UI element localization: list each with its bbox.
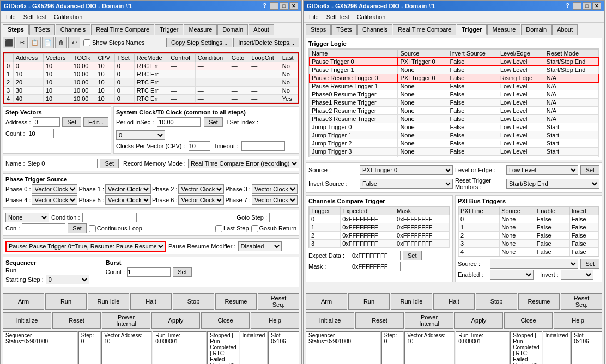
left-stop-btn[interactable]: Stop [173, 293, 214, 310]
gosub-return-check[interactable]: Gosub Return [251, 225, 296, 232]
phase3-select[interactable]: Vector Clock [252, 184, 298, 194]
right-reset-btn[interactable]: Reset [355, 312, 404, 329]
address-edit-btn[interactable]: Edit... [83, 117, 108, 127]
list-item[interactable]: Jump Trigger 0NoneFalseLow LevelStart [310, 123, 599, 131]
right-menu-calibration[interactable]: Calibration [354, 13, 389, 21]
right-close-btn[interactable]: ✕ [592, 2, 601, 10]
show-steps-checkbox[interactable] [83, 39, 90, 46]
tab-domain[interactable]: Domain [217, 24, 248, 35]
tab-rtcompare[interactable]: Real Time Compare [91, 24, 154, 35]
tset-index-select[interactable]: 0 [116, 130, 165, 140]
show-steps-checkbox-label[interactable]: Show Steps Names [83, 39, 145, 46]
table-row[interactable]: 4401010.00100RTC Err————Yes [4, 95, 298, 103]
table-row[interactable]: 3301010.00100RTC Err————No [4, 87, 298, 95]
continuous-loop-check[interactable]: Continuous Loop [89, 225, 142, 232]
level-select[interactable]: Low Level [506, 165, 578, 175]
right-tab-tsets[interactable]: TSets [331, 24, 357, 35]
left-menu-selftest[interactable]: Self Test [20, 13, 50, 21]
left-apply-btn[interactable]: Apply [152, 312, 200, 329]
right-tab-about[interactable]: About [552, 24, 578, 35]
phase6-select[interactable]: Vector Clock [178, 195, 224, 205]
tab-measure[interactable]: Measure [184, 24, 217, 35]
phase4-select[interactable]: Vector Clock [32, 195, 77, 205]
right-reset-seq-btn[interactable]: Reset Seq. [561, 293, 602, 310]
right-minimize-btn[interactable]: _ [573, 2, 581, 10]
timeout-input[interactable] [241, 141, 285, 151]
right-apply-btn[interactable]: Apply [455, 312, 503, 329]
burst-count-input[interactable] [127, 267, 171, 277]
pxi-enabled-select[interactable] [490, 270, 534, 280]
list-item[interactable]: Pause Trigger 0PXI Trigger 0FalseLow Lev… [310, 58, 599, 66]
help-icon[interactable]: ? [263, 2, 266, 10]
delete-btn[interactable]: 🗑 [55, 37, 67, 48]
left-help-btn[interactable]: Help [251, 312, 299, 329]
right-help-btn[interactable]: Help [554, 312, 602, 329]
left-menu-calibration[interactable]: Calibration [51, 13, 86, 21]
right-tab-rtcompare[interactable]: Real Time Compare [393, 24, 456, 35]
right-tab-trigger[interactable]: Trigger [457, 24, 487, 35]
right-tab-channels[interactable]: Channels [357, 24, 392, 35]
name-input[interactable] [27, 159, 98, 168]
trigger-set-btn[interactable]: Set [580, 165, 599, 175]
left-halt-btn[interactable]: Halt [130, 293, 172, 310]
list-item[interactable]: 00xFFFFFFFF0xFFFFFFFF [310, 215, 450, 223]
starting-step-select[interactable]: 0 [46, 275, 89, 284]
right-stop-btn[interactable]: Stop [476, 293, 517, 310]
list-item[interactable]: 30xFFFFFFFF0xFFFFFFFF [310, 240, 450, 248]
table-row[interactable]: 2201010.00100RTC Err————No [4, 78, 298, 87]
list-item[interactable]: Phase1 Resume TriggerNoneFalseLow LevelN… [310, 99, 599, 107]
phase7-select[interactable]: Vector Clock [252, 195, 298, 205]
compare-set-btn[interactable]: Set [403, 251, 422, 260]
tab-trigger[interactable]: Trigger [155, 24, 183, 35]
paste-btn[interactable]: 📄 [42, 37, 54, 48]
count-input[interactable] [27, 129, 54, 138]
tab-channels[interactable]: Channels [56, 24, 90, 35]
list-item[interactable]: Pause Resume Trigger 0PXI Trigger 0False… [310, 74, 599, 82]
left-run-idle-btn[interactable]: Run Idle [88, 293, 129, 310]
undo-btn[interactable]: ↩ [68, 37, 80, 48]
burst-set-btn[interactable]: Set [173, 267, 192, 277]
source-select[interactable]: PXI Trigger 0 [360, 165, 453, 175]
list-item[interactable]: 3NoneFalseFalse [459, 240, 599, 248]
insert-delete-btn[interactable]: Insert/Delete Steps... [233, 38, 299, 47]
left-close-btn[interactable]: Close [201, 312, 250, 329]
right-close-btn[interactable]: Close [504, 312, 553, 329]
address-set-btn[interactable]: Set [62, 117, 81, 127]
new-btn[interactable]: ⬛ [3, 37, 15, 48]
address-input[interactable] [33, 117, 60, 127]
mask-input[interactable] [352, 262, 401, 271]
pxi-source-select[interactable] [490, 259, 578, 269]
list-item[interactable]: Phase0 Resume TriggerNoneFalseLow LevelN… [310, 90, 599, 99]
last-step-check[interactable]: Last Step [215, 225, 249, 232]
goto-input[interactable] [269, 213, 296, 222]
list-item[interactable]: 2NoneFalseFalse [459, 232, 599, 240]
right-tab-domain[interactable]: Domain [521, 24, 552, 35]
left-menu-file[interactable]: File [3, 13, 19, 21]
copy-step-settings-btn[interactable]: Copy Step Settings... [166, 38, 232, 47]
pause-resume-select[interactable]: Pause: Pause Trigger 0=True, Resume: Pau… [5, 241, 166, 252]
right-initialize-btn[interactable]: Initialize [306, 312, 354, 329]
tab-steps[interactable]: Steps [3, 24, 29, 35]
right-maximize-btn[interactable]: □ [583, 2, 591, 10]
left-resume-btn[interactable]: Resume [215, 293, 257, 310]
right-menu-selftest[interactable]: Self Test [323, 13, 353, 21]
record-mode-select[interactable]: Real Time Compare Error (recording) [188, 159, 299, 168]
phase2-select[interactable]: Vector Clock [178, 184, 224, 194]
right-run-idle-btn[interactable]: Run Idle [391, 293, 432, 310]
right-arm-btn[interactable]: Arm [306, 293, 347, 310]
list-item[interactable]: 4NoneFalseFalse [459, 248, 599, 256]
left-arm-btn[interactable]: Arm [3, 293, 44, 310]
minimize-btn[interactable]: _ [270, 2, 278, 10]
count-set-btn[interactable]: Set [68, 223, 87, 233]
list-item[interactable]: 0NoneFalseFalse [459, 215, 599, 223]
right-resume-btn[interactable]: Resume [518, 293, 560, 310]
right-tab-measure[interactable]: Measure [487, 24, 520, 35]
phase0-select[interactable]: Vector Clock [32, 184, 77, 194]
list-item[interactable]: 1NoneFalseFalse [459, 223, 599, 232]
left-run-btn[interactable]: Run [45, 293, 87, 310]
copy-btn-tool[interactable]: 📋 [29, 37, 41, 48]
list-item[interactable]: Jump Trigger 1NoneFalseLow LevelStart [310, 131, 599, 139]
period-input[interactable] [157, 117, 201, 127]
condition-input[interactable] [82, 213, 137, 222]
pause-modifier-select[interactable]: Disabled [238, 241, 282, 251]
